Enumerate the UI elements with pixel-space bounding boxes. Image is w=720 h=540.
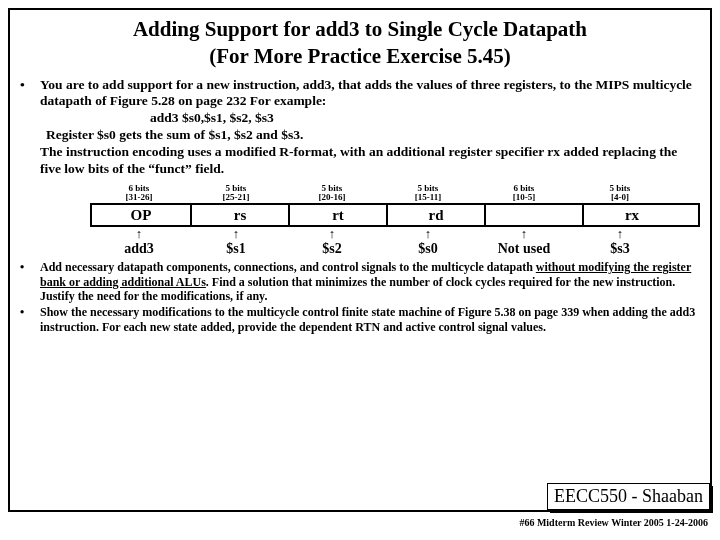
bullet-3-content: Show the necessary modifications to the … (40, 305, 700, 334)
bits-rd: 5 bits[15-11] (380, 184, 476, 203)
slide-title: Adding Support for add3 to Single Cycle … (20, 16, 700, 71)
field-rs: rs (192, 205, 290, 225)
bits-notused: 6 bits[10-5] (476, 184, 572, 203)
bullet-1-p3: The instruction encoding uses a modified… (40, 144, 700, 178)
field-rt: rt (290, 205, 388, 225)
bullet-2-content: Add necessary datapath components, conne… (40, 260, 700, 303)
body: • You are to add support for a new instr… (20, 77, 700, 334)
up-arrow-icon: ↑ (572, 227, 668, 240)
course-label: EECC550 - Shaaban (554, 486, 703, 506)
bits-rt: 5 bits[20-16] (284, 184, 380, 203)
arrow-notused: ↑Not used (476, 227, 572, 256)
up-arrow-icon: ↑ (476, 227, 572, 240)
field-op: OP (92, 205, 192, 225)
bullet-1-example: add3 $s0,$s1, $s2, $s3 (150, 110, 700, 127)
field-rx: rx (584, 205, 680, 225)
field-names-row: OP rs rt rd rx (90, 203, 700, 227)
slide-frame: Adding Support for add3 to Single Cycle … (8, 8, 712, 512)
course-label-box: EECC550 - Shaaban (547, 483, 710, 510)
up-arrow-icon: ↑ (188, 227, 284, 240)
field-arrows-row: ↑add3 ↑$s1 ↑$s2 ↑$s0 ↑Not used ↑$s3 (90, 227, 700, 256)
arrow-rt: ↑$s2 (284, 227, 380, 256)
bullet-3: • Show the necessary modifications to th… (20, 305, 700, 334)
up-arrow-icon: ↑ (380, 227, 476, 240)
bits-rx: 5 bits[4-0] (572, 184, 668, 203)
field-notused (486, 205, 584, 225)
bit-labels-row: 6 bits[31-26] 5 bits[25-21] 5 bits[20-16… (90, 184, 700, 203)
bits-op: 6 bits[31-26] (90, 184, 188, 203)
bullet-mark: • (20, 77, 40, 94)
field-rd: rd (388, 205, 486, 225)
bullet-1: • You are to add support for a new instr… (20, 77, 700, 259)
arrow-rs: ↑$s1 (188, 227, 284, 256)
bullet-1-p2: Register $s0 gets the sum of $s1, $s2 an… (46, 127, 700, 144)
bullet-1-p1: You are to add support for a new instruc… (40, 77, 700, 111)
arrow-rx: ↑$s3 (572, 227, 668, 256)
bullet-1-content: You are to add support for a new instruc… (40, 77, 700, 259)
arrow-op: ↑add3 (90, 227, 188, 256)
up-arrow-icon: ↑ (284, 227, 380, 240)
bits-rs: 5 bits[25-21] (188, 184, 284, 203)
title-line-1: Adding Support for add3 to Single Cycle … (133, 17, 587, 41)
footer-note: #66 Midterm Review Winter 2005 1-24-2006 (519, 517, 708, 528)
bullet-mark: • (20, 260, 40, 274)
instruction-format-table: 6 bits[31-26] 5 bits[25-21] 5 bits[20-16… (90, 184, 700, 256)
arrow-rd: ↑$s0 (380, 227, 476, 256)
title-line-2: (For More Practice Exercise 5.45) (209, 44, 510, 68)
bullet-mark: • (20, 305, 40, 319)
up-arrow-icon: ↑ (90, 227, 188, 240)
bullet-2: • Add necessary datapath components, con… (20, 260, 700, 303)
